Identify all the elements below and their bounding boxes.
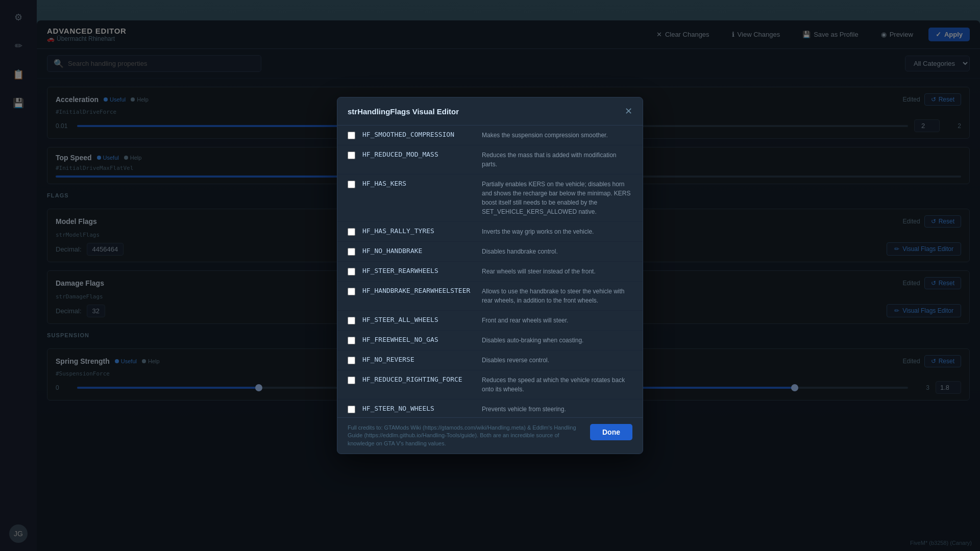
- flag-list-item: HF_FREEWHEEL_NO_GASDisables auto-braking…: [337, 331, 643, 350]
- flag-desc-4: Disables handbrake control.: [482, 247, 558, 256]
- flag-name-11: HF_STEER_NO_WHEELS: [362, 405, 475, 412]
- flag-name-0: HF_SMOOTHED_COMPRESSION: [362, 131, 475, 138]
- flag-name-6: HF_HANDBRAKE_REARWHEELSTEER: [362, 287, 475, 294]
- flag-desc-6: Allows to use the handbrake to steer the…: [482, 287, 632, 305]
- flag-checkbox-11[interactable]: [348, 406, 355, 413]
- flag-desc-7: Front and rear wheels will steer.: [482, 316, 568, 325]
- flag-checkbox-3[interactable]: [348, 228, 355, 236]
- flag-desc-0: Makes the suspension compression smoothe…: [482, 131, 608, 140]
- flag-list-item: HF_HANDBRAKE_REARWHEELSTEERAllows to use…: [337, 282, 643, 311]
- flag-checkbox-4[interactable]: [348, 248, 355, 256]
- str-handling-flags-modal: strHandlingFlags Visual Editor ✕ HF_SMOO…: [337, 97, 643, 454]
- flag-name-3: HF_HAS_RALLY_TYRES: [362, 227, 475, 235]
- flag-list-item: HF_STEER_NO_WHEELSPrevents vehicle from …: [337, 399, 643, 417]
- flag-name-10: HF_REDUCED_RIGHTING_FORCE: [362, 375, 475, 383]
- flag-name-5: HF_STEER_REARWHEELS: [362, 267, 475, 274]
- flag-checkbox-10[interactable]: [348, 377, 355, 384]
- flag-list-item: HF_STEER_REARWHEELSRear wheels will stee…: [337, 262, 643, 282]
- flag-desc-8: Disables auto-braking when coasting.: [482, 336, 583, 345]
- flag-list-item: HF_NO_HANDBRAKEDisables handbrake contro…: [337, 242, 643, 262]
- flag-list: HF_SMOOTHED_COMPRESSIONMakes the suspens…: [337, 126, 643, 417]
- flag-name-7: HF_STEER_ALL_WHEELS: [362, 316, 475, 323]
- flag-checkbox-7[interactable]: [348, 317, 355, 324]
- flag-name-8: HF_FREEWHEEL_NO_GAS: [362, 336, 475, 343]
- flag-desc-2: Partially enables KERS on the vehicle; d…: [482, 180, 632, 216]
- flag-desc-9: Disables reverse control.: [482, 356, 549, 365]
- flag-desc-11: Prevents vehicle from steering.: [482, 405, 566, 414]
- flag-list-item: HF_NO_REVERSEDisables reverse control.: [337, 350, 643, 370]
- flag-checkbox-1[interactable]: [348, 152, 355, 159]
- flag-desc-10: Reduces the speed at which the vehicle r…: [482, 375, 632, 394]
- flag-checkbox-6[interactable]: [348, 288, 355, 295]
- modal-footer: Full credits to: GTAMods Wiki (https://g…: [337, 417, 643, 454]
- modal-header: strHandlingFlags Visual Editor ✕: [337, 97, 643, 126]
- flag-name-1: HF_REDUCED_MOD_MASS: [362, 151, 475, 158]
- flag-name-9: HF_NO_REVERSE: [362, 356, 475, 363]
- modal-credits: Full credits to: GTAMods Wiki (https://g…: [348, 424, 580, 447]
- flag-desc-1: Reduces the mass that is added with modi…: [482, 151, 632, 169]
- modal-title: strHandlingFlags Visual Editor: [348, 107, 459, 116]
- flag-name-2: HF_HAS_KERS: [362, 180, 475, 187]
- modal-overlay: strHandlingFlags Visual Editor ✕ HF_SMOO…: [0, 0, 980, 551]
- flag-list-item: HF_REDUCED_RIGHTING_FORCEReduces the spe…: [337, 370, 643, 399]
- flag-checkbox-5[interactable]: [348, 268, 355, 276]
- flag-checkbox-9[interactable]: [348, 357, 355, 364]
- flag-list-item: HF_HAS_RALLY_TYRESInverts the way grip w…: [337, 222, 643, 242]
- flag-desc-5: Rear wheels will steer instead of the fr…: [482, 267, 596, 276]
- flag-name-4: HF_NO_HANDBRAKE: [362, 247, 475, 255]
- flag-list-item: HF_STEER_ALL_WHEELSFront and rear wheels…: [337, 311, 643, 331]
- modal-close-button[interactable]: ✕: [625, 106, 632, 117]
- flag-checkbox-2[interactable]: [348, 181, 355, 188]
- done-button[interactable]: Done: [590, 424, 632, 440]
- flag-list-item: HF_SMOOTHED_COMPRESSIONMakes the suspens…: [337, 126, 643, 145]
- flag-list-item: HF_REDUCED_MOD_MASSReduces the mass that…: [337, 145, 643, 174]
- flag-checkbox-8[interactable]: [348, 337, 355, 344]
- flag-list-item: HF_HAS_KERSPartially enables KERS on the…: [337, 174, 643, 222]
- flag-checkbox-0[interactable]: [348, 132, 355, 139]
- flag-desc-3: Inverts the way grip works on the vehicl…: [482, 227, 594, 236]
